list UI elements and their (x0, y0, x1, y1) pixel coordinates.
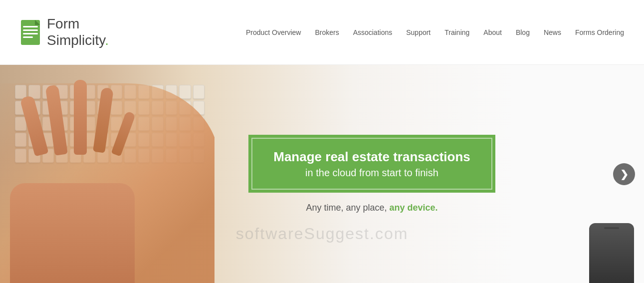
nav-training[interactable]: Training (444, 28, 469, 36)
nav-news[interactable]: News (544, 28, 561, 36)
tagline-prefix: Any time, any place, (306, 203, 389, 213)
hero-headline: Manage real estate transactions (273, 149, 470, 166)
nav-blog[interactable]: Blog (516, 28, 530, 36)
logo-text: Form Simplicity. (47, 16, 109, 48)
nav-brokers[interactable]: Brokers (315, 28, 339, 36)
main-nav: Product Overview Brokers Associations Su… (246, 28, 624, 36)
key (179, 85, 191, 99)
header: Form Simplicity. Product Overview Broker… (0, 0, 644, 65)
watermark: softwareSuggest.com (236, 225, 409, 243)
nav-associations[interactable]: Associations (353, 28, 393, 36)
logo-simplicity: Simplicity. (47, 32, 109, 48)
next-slide-button[interactable]: ❯ (613, 163, 635, 185)
hero-section: Manage real estate transactions in the c… (0, 65, 644, 283)
logo-icon (20, 19, 41, 46)
tagline-bold: any device. (390, 203, 438, 213)
svg-rect-1 (23, 26, 38, 27)
chevron-right-icon: ❯ (620, 168, 629, 180)
logo-form: Form (47, 16, 109, 32)
hero-subline: in the cloud from start to finish (273, 167, 470, 179)
logo-dot: . (105, 32, 109, 48)
palm (10, 183, 135, 283)
svg-rect-3 (23, 33, 38, 34)
svg-rect-2 (23, 29, 38, 31)
nav-forms-ordering[interactable]: Forms Ordering (575, 28, 624, 36)
hero-tagline: Any time, any place, any device. (306, 203, 437, 213)
keyboard-hand-area (0, 65, 215, 283)
hero-green-box: Manage real estate transactions in the c… (248, 135, 495, 193)
phone-image (589, 223, 634, 283)
nav-support[interactable]: Support (406, 28, 430, 36)
finger-3 (74, 80, 87, 155)
svg-rect-4 (23, 36, 33, 38)
key (193, 85, 205, 99)
nav-about[interactable]: About (483, 28, 502, 36)
hero-content: Manage real estate transactions in the c… (248, 135, 495, 214)
logo[interactable]: Form Simplicity. (20, 16, 109, 48)
nav-product-overview[interactable]: Product Overview (246, 28, 301, 36)
